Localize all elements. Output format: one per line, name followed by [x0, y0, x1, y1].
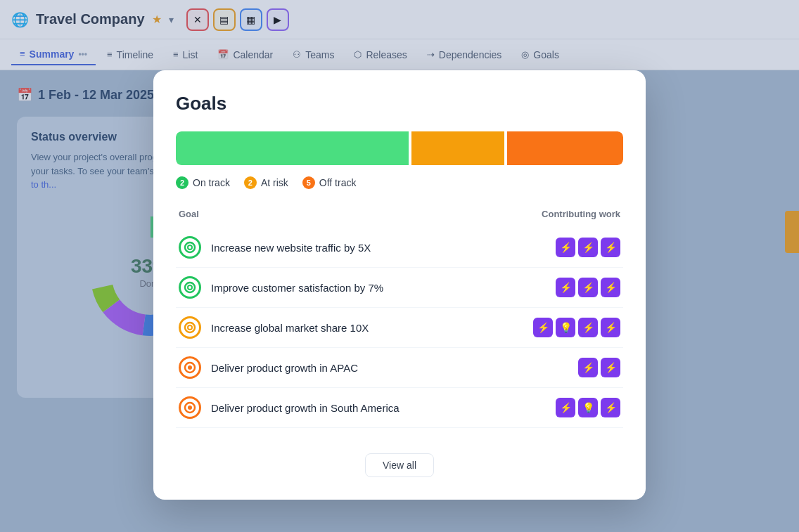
goal-icon-on-track-1	[179, 276, 201, 299]
contrib-icon-1-0[interactable]: ⚡	[556, 278, 575, 297]
at-risk-segment	[411, 131, 504, 165]
goal-row-1: Improve customer satisfaction by 7% ⚡ ⚡ …	[176, 268, 623, 308]
on-track-segment	[176, 131, 409, 165]
contributing-icons-0: ⚡ ⚡ ⚡	[556, 238, 620, 257]
goal-name-1: Improve customer satisfaction by 7%	[211, 282, 383, 294]
goal-row-0: Increase new website traffic by 5X ⚡ ⚡ ⚡	[176, 228, 623, 268]
goal-name-4: Deliver product growth in South America	[211, 402, 400, 414]
goal-icon-off-track-0	[179, 356, 201, 379]
contrib-icon-1-1[interactable]: ⚡	[578, 278, 598, 297]
contrib-icon-0-0[interactable]: ⚡	[556, 238, 575, 257]
goal-row-3: Deliver product growth in APAC ⚡ ⚡	[176, 348, 623, 388]
contrib-icon-4-1[interactable]: 💡	[578, 398, 598, 417]
contrib-icon-4-0[interactable]: ⚡	[556, 398, 575, 417]
contrib-icon-1-2[interactable]: ⚡	[601, 278, 620, 297]
off-track-segment	[507, 131, 623, 165]
contrib-icon-4-2[interactable]: ⚡	[601, 398, 620, 417]
contrib-icon-2-1[interactable]: 💡	[556, 318, 575, 337]
contributing-icons-1: ⚡ ⚡ ⚡	[556, 278, 620, 297]
goals-table-header: Goal Contributing work	[176, 209, 623, 219]
svg-point-7	[188, 245, 192, 249]
view-all-button[interactable]: View all	[365, 453, 434, 477]
svg-point-6	[185, 242, 195, 252]
svg-point-13	[188, 365, 192, 370]
goal-icon-on-track	[179, 236, 201, 259]
legend-on-track: 2 On track	[176, 176, 230, 189]
svg-point-10	[185, 323, 195, 332]
contrib-icon-0-2[interactable]: ⚡	[601, 238, 620, 257]
modal-title: Goals	[176, 93, 623, 115]
on-track-dot: 2	[176, 176, 188, 189]
svg-point-11	[188, 325, 192, 330]
at-risk-dot: 2	[244, 176, 257, 189]
status-bar	[176, 131, 623, 165]
goal-row-4: Deliver product growth in South America …	[176, 388, 623, 428]
goal-name-2: Increase global market share 10X	[211, 322, 369, 334]
modal-overlay: Goals 2 On track 2 At risk 5 Off track G	[0, 0, 799, 532]
svg-point-15	[188, 406, 192, 410]
svg-point-9	[188, 285, 192, 290]
contrib-icon-0-1[interactable]: ⚡	[578, 238, 598, 257]
contrib-icon-2-0[interactable]: ⚡	[533, 318, 553, 337]
legend-off-track: 5 Off track	[302, 176, 357, 189]
status-legend: 2 On track 2 At risk 5 Off track	[176, 176, 623, 189]
contrib-icon-2-3[interactable]: ⚡	[601, 318, 620, 337]
contrib-icon-2-2[interactable]: ⚡	[578, 318, 598, 337]
contrib-icon-3-1[interactable]: ⚡	[601, 358, 620, 377]
goal-icon-at-risk	[179, 316, 201, 339]
goal-name-0: Increase new website traffic by 5X	[211, 242, 371, 254]
goal-name-3: Deliver product growth in APAC	[211, 362, 358, 374]
goal-row-2: Increase global market share 10X ⚡ 💡 ⚡ ⚡	[176, 308, 623, 348]
svg-point-8	[185, 283, 195, 292]
legend-at-risk: 2 At risk	[244, 176, 288, 189]
contributing-icons-4: ⚡ 💡 ⚡	[556, 398, 620, 417]
contrib-icon-3-0[interactable]: ⚡	[578, 358, 598, 377]
goal-icon-off-track-1	[179, 396, 201, 419]
goals-modal: Goals 2 On track 2 At risk 5 Off track G	[153, 70, 646, 500]
off-track-dot: 5	[302, 176, 315, 189]
contributing-icons-2: ⚡ 💡 ⚡ ⚡	[533, 318, 620, 337]
contributing-icons-3: ⚡ ⚡	[578, 358, 620, 377]
